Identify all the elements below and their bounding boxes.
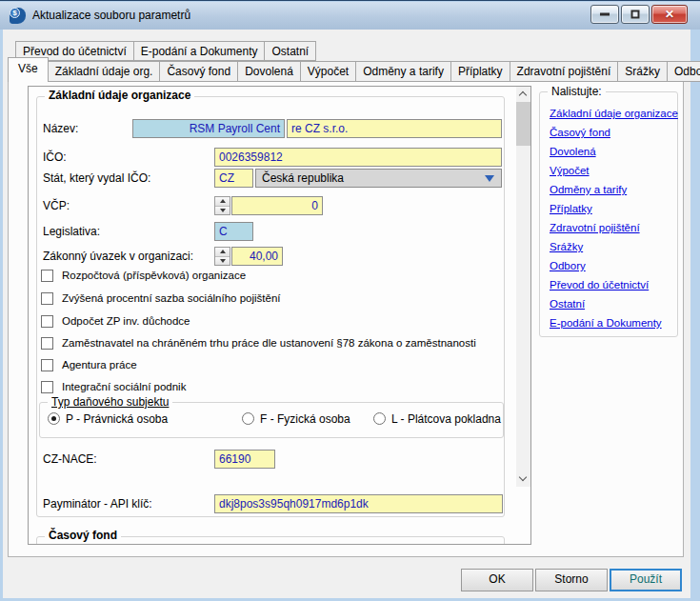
tab-odbory[interactable]: Odbory — [667, 61, 700, 82]
link-odbory[interactable]: Odbory — [550, 256, 678, 275]
link-priplatky[interactable]: Příplatky — [550, 199, 678, 218]
vcp-stepper-up[interactable] — [215, 197, 230, 207]
uvazek-field[interactable]: 40,00 — [231, 247, 283, 266]
scroll-up-button[interactable] — [516, 87, 530, 102]
radio-platcova-pokladna[interactable] — [373, 412, 386, 425]
checkbox-label[interactable]: Zvýšená procentní sazba sociálního pojiš… — [62, 290, 281, 306]
dialog-window: $ Aktualizace souboru parametrů ✕ Převod… — [0, 0, 700, 601]
radio-label[interactable]: F - Fyzická osoba — [260, 412, 350, 427]
link-casovy-fond[interactable]: Časový fond — [550, 123, 678, 142]
link-ostatni[interactable]: Ostatní — [550, 294, 678, 313]
checkbox-agentura-prace[interactable] — [41, 359, 53, 371]
chevron-up-icon — [519, 91, 527, 99]
tax-group-title: Typ daňového subjektu — [48, 395, 172, 409]
close-button[interactable]: ✕ — [651, 5, 688, 24]
ico-field[interactable]: 0026359812 — [214, 148, 502, 167]
api-key-field[interactable]: dkj8pos3s95qh0917md6p1dk — [214, 494, 503, 513]
checkbox-chraneny-trh[interactable] — [41, 337, 53, 350]
tab-vse[interactable]: Vše — [8, 57, 49, 82]
group-nalistujte: Nalistujte: Základní údaje organizace Ča… — [539, 91, 678, 337]
vertical-scrollbar[interactable] — [516, 87, 530, 487]
legislativa-label: Legislativa: — [43, 222, 100, 241]
cznace-field[interactable]: 66190 — [214, 450, 275, 469]
dialog-body: Převod do účetnictví E-podání a Dokument… — [3, 30, 690, 598]
tab-vypocet[interactable]: Výpočet — [300, 61, 356, 82]
checkbox-integracni-podnik[interactable] — [41, 381, 53, 393]
stat-code-field[interactable]: CZ — [214, 169, 253, 188]
tab-zdravotni-pojisteni[interactable]: Zdravotní pojištění — [510, 61, 619, 82]
app-icon: $ — [10, 8, 26, 24]
checkbox-label[interactable]: Integrační sociální podnik — [62, 379, 186, 394]
radio-label[interactable]: L - Plátcova pokladna — [391, 412, 501, 427]
ico-label: IČO: — [43, 148, 67, 167]
radio-fyzicka-osoba[interactable] — [242, 412, 254, 425]
uvazek-stepper — [214, 247, 230, 266]
group-typ-danoveho-subjektu: Typ daňového subjektu P - Právnická osob… — [39, 402, 504, 438]
tab-row-secondary: Převod do účetnictví E-podání a Dokument… — [15, 41, 316, 61]
tab-dovolena[interactable]: Dovolená — [237, 61, 301, 82]
nazev-field-suffix[interactable]: re CZ s.r.o. — [287, 119, 502, 138]
tab-ostatni[interactable]: Ostatní — [264, 41, 316, 61]
stat-label: Stát, který vydal IČO: — [43, 169, 150, 188]
sidebar-title: Nalistujte: — [548, 85, 606, 98]
uvazek-stepper-down[interactable] — [215, 257, 230, 266]
vcp-stepper-down[interactable] — [215, 207, 230, 215]
scrollbar-thumb[interactable] — [516, 102, 530, 146]
scroll-down-button[interactable] — [516, 471, 530, 487]
api-key-label: Payminátor - API klíč: — [43, 494, 152, 513]
scroll-panel: Základní údaje organizace Název: RSM Pay… — [28, 86, 531, 545]
tab-epodani-a-dokumenty[interactable]: E-podání a Dokumenty — [133, 41, 266, 61]
vcp-stepper — [214, 196, 230, 215]
apply-button[interactable]: Použít — [610, 569, 682, 591]
tab-odmeny-a-tarify[interactable]: Odměny a tarify — [355, 61, 451, 82]
link-vypocet[interactable]: Výpočet — [550, 161, 678, 180]
legislativa-field[interactable]: C — [214, 222, 253, 241]
group-zakladni-udaje-organizace: Základní údaje organizace Název: RSM Pay… — [36, 96, 505, 517]
caption-buttons: ✕ — [590, 5, 688, 24]
checkbox-zvysena-sazba[interactable] — [41, 292, 53, 305]
tab-casovy-fond[interactable]: Časový fond — [159, 61, 238, 82]
vcp-field[interactable]: 0 — [231, 196, 323, 215]
chevron-down-icon — [519, 473, 527, 481]
country-select[interactable]: Česká republika — [255, 169, 502, 188]
storno-button[interactable]: Storno — [535, 569, 608, 591]
tab-row-primary: Vše Základní údaje org. Časový fond Dovo… — [8, 61, 700, 82]
group-casovy-fond: Časový fond — [36, 536, 505, 545]
link-dovolena[interactable]: Dovolená — [550, 142, 678, 161]
tab-srazky[interactable]: Srážky — [617, 61, 668, 82]
group-title: Časový fond — [45, 529, 121, 542]
tab-priplatky[interactable]: Příplatky — [450, 61, 510, 82]
close-icon: ✕ — [652, 6, 687, 23]
sidebar-links: Základní údaje organizace Časový fond Do… — [550, 104, 678, 332]
link-odmeny-a-tarify[interactable]: Odměny a tarify — [550, 180, 678, 199]
country-select-value: Česká republika — [262, 171, 344, 185]
link-zakladni-udaje-organizace[interactable]: Základní údaje organizace — [550, 104, 678, 123]
minimize-button[interactable] — [590, 5, 619, 24]
checkbox-label[interactable]: Zaměstnavatel na chráněném trhu práce dl… — [62, 335, 476, 351]
nazev-field-prefix[interactable]: RSM Payroll Cent — [132, 119, 285, 138]
radio-pravnicka-osoba[interactable] — [48, 412, 60, 425]
cznace-label: CZ-NACE: — [43, 450, 97, 469]
title-bar: $ Aktualizace souboru parametrů ✕ — [0, 2, 700, 30]
vcp-label: VČP: — [43, 196, 70, 215]
link-zdravotni-pojisteni[interactable]: Zdravotní pojištění — [550, 218, 678, 237]
restore-button[interactable] — [621, 5, 650, 24]
uvazek-stepper-up[interactable] — [215, 248, 230, 257]
radio-label[interactable]: P - Právnická osoba — [66, 412, 168, 427]
chevron-down-icon — [485, 175, 494, 182]
restore-icon — [631, 10, 640, 19]
link-prevod-do-ucetnictvi[interactable]: Převod do účetnictví — [550, 275, 678, 294]
window-title: Aktualizace souboru parametrů — [32, 2, 190, 30]
checkbox-odpocet-zp[interactable] — [41, 315, 53, 328]
checkbox-label[interactable]: Odpočet ZP inv. důchodce — [62, 313, 190, 329]
minimize-icon — [600, 13, 610, 16]
checkbox-rozpoctova-organizace[interactable] — [41, 270, 53, 282]
tab-page-vse: Základní údaje organizace Název: RSM Pay… — [8, 81, 684, 557]
nazev-label: Název: — [43, 119, 78, 138]
link-epodani-a-dokumenty[interactable]: E-podání a Dokumenty — [550, 313, 678, 332]
tab-zakladni-udaje-org[interactable]: Základní údaje org. — [48, 61, 161, 82]
link-srazky[interactable]: Srážky — [550, 237, 678, 256]
ok-button[interactable]: OK — [461, 569, 533, 591]
checkbox-label[interactable]: Agentura práce — [62, 357, 137, 372]
checkbox-label[interactable]: Rozpočtová (příspěvková) organizace — [62, 268, 246, 283]
